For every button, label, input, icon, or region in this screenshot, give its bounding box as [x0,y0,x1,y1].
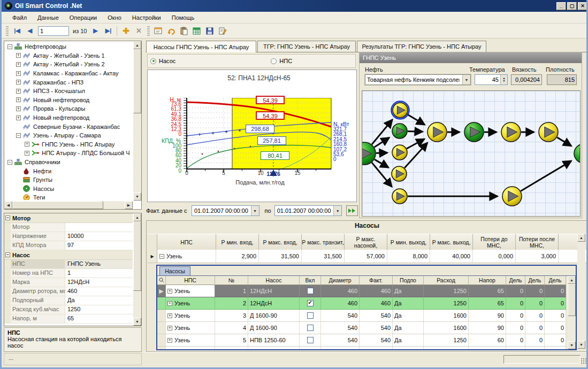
station-value-cell[interactable]: 2,900 [216,250,259,263]
pipeline-edge[interactable] [407,139,424,149]
pump-cell[interactable]: 0 [506,297,525,310]
station-column-header[interactable]: Р макс. вход, [259,234,302,250]
pump-cell[interactable]: 0 [525,310,545,322]
pump-node[interactable] [539,122,558,142]
pump-row[interactable]: +Узень5НПВ 1250-60540540Да125060000 [157,334,566,347]
pump-cell[interactable]: 540 [360,334,393,347]
expand-icon[interactable]: + [167,338,172,343]
tree-item-справочники[interactable]: −Справочники [5,158,132,167]
expand-icon[interactable]: + [16,62,21,67]
expand-icon[interactable]: + [167,326,172,330]
collapse-icon[interactable]: − [7,160,12,165]
checkbox[interactable] [307,288,314,294]
pump-column-header[interactable]: Факт. [360,276,393,285]
tab-tgr[interactable]: ТГР: ГНПС Узень - НПС Атырау [257,41,356,52]
expand-icon[interactable]: + [16,80,21,84]
station-value-cell[interactable]: 0,000 [473,250,516,263]
pump-cell[interactable]: 0 [506,310,525,322]
pump-cell[interactable]: Нет [393,347,424,350]
props-scroll-up-button[interactable]: ▲ [133,213,141,221]
tree-item-каражанбас-нпз[interactable]: +Каражанбас - НПЗ [5,78,132,87]
pump-cell[interactable]: 0 [506,285,525,297]
pump-column-header[interactable]: № [215,276,248,285]
pump-cell[interactable]: 540 [360,322,393,334]
pump-cell[interactable]: 460 [360,297,393,310]
fact-from-picker[interactable]: 01.01.2007 00:00:00 ▼ [192,205,259,216]
property-row[interactable]: НПСГНПС Узень [4,260,133,269]
pump-cell[interactable]: 1600 [424,310,469,322]
export-excel-button[interactable] [191,25,203,37]
menu-window[interactable]: Окно [102,13,127,22]
undo-button[interactable] [165,25,177,37]
maximize-button[interactable]: ▢ [567,2,577,10]
property-row[interactable]: Мотор [4,223,133,232]
pipeline-edge[interactable] [372,163,392,187]
station-column-header[interactable]: НПС [157,234,216,250]
tree-scroll-down-button[interactable]: ▼ [133,193,141,201]
pump-column-header[interactable]: НПС [166,276,215,285]
pump-enabled-cell[interactable] [300,322,321,334]
menu-operations[interactable]: Операции [64,13,102,22]
station-value-cell[interactable]: 57,000 [345,250,387,263]
pump-enabled-cell[interactable] [300,334,321,347]
pump-node-active[interactable] [574,144,580,163]
add-record-button[interactable]: ✚ [120,25,132,37]
pump-cell[interactable]: НПВ 1250-60 [248,334,300,347]
pump-node[interactable] [392,102,409,119]
pump-column-header[interactable]: Расход [424,276,469,285]
expand-icon[interactable]: + [16,89,21,94]
pump-row[interactable]: +Узень1НМ 1250460460Нет1250260000 [157,347,566,350]
pump-cell[interactable]: 12НДсН [248,285,300,297]
pump-cell[interactable]: 1250 [424,347,469,350]
station-table-row[interactable]: ▶−Узень2,90031,50031,50057,0008,00040,00… [148,250,588,263]
pump-cell[interactable]: 1250 [424,334,469,347]
tree-item-узень-атырау-самара[interactable]: −Узень - Атырау - Самара [5,131,132,140]
pump-cell[interactable]: 3 [215,310,248,322]
menu-data[interactable]: Данные [32,13,64,22]
oil-combo[interactable]: Товарная нефть Кенкияк подсолев ▼ [365,74,471,85]
property-value[interactable]: 1250 [65,305,133,314]
pump-cell[interactable]: 1250 [424,297,469,310]
minimize-button[interactable]: _ [556,2,566,10]
expand-icon[interactable]: + [16,71,21,76]
menu-file[interactable]: Файл [7,13,32,22]
tree-vscroll-thumb[interactable] [133,49,141,113]
property-category[interactable]: −Мотор [4,213,133,223]
props-scroll-down-button[interactable]: ▼ [133,318,141,326]
temperature-spinner[interactable]: 45 ▲▼ [475,74,508,85]
pump-nps-cell[interactable]: +Узень [166,285,215,297]
pump-cell[interactable]: Да [393,322,424,334]
checkbox[interactable] [307,312,314,319]
pump-cell[interactable]: 460 [321,297,360,310]
pump-cell[interactable]: 65 [469,297,506,310]
pump-cell[interactable]: 540 [321,310,360,322]
collapse-icon[interactable]: − [5,252,10,257]
expand-icon[interactable]: + [16,53,21,58]
pump-cell[interactable]: НМ 1250 [248,347,300,350]
collapse-icon[interactable]: − [7,44,12,49]
pump-cell[interactable]: 0 [506,322,525,334]
pump-cell[interactable]: 65 [469,285,506,297]
outer-scroll-up-button[interactable]: ▲ [577,234,585,242]
inner-scroll-up-button[interactable]: ▲ [568,276,576,284]
checkbox[interactable] [307,325,314,331]
pump-cell[interactable]: 260 [469,347,506,350]
pump-cell[interactable]: 0 [545,334,566,347]
pump-cell[interactable]: 0 [525,322,545,334]
pump-cell[interactable]: Д 1600-90 [248,322,300,334]
tree-item-нефтепроводы[interactable]: −Нефтепроводы [5,42,132,51]
pump-nps-cell[interactable]: +Узень [166,310,215,322]
pump-nps-cell[interactable]: +Узень [166,297,215,310]
pump-cell[interactable]: 0 [506,334,525,347]
pump-enabled-cell[interactable] [300,310,321,322]
resize-grip[interactable] [581,358,587,364]
checkbox-checked[interactable] [307,300,314,306]
pump-cell[interactable]: 460 [321,285,360,297]
pipeline-edge[interactable] [372,120,392,144]
pump-enabled-cell[interactable] [300,347,321,350]
pump-cell[interactable]: 0 [545,297,566,310]
menu-help[interactable]: Помощь [166,13,200,22]
property-category[interactable]: −Насос [4,250,133,260]
first-record-button[interactable]: |◀ [11,25,23,37]
pump-cell[interactable]: 540 [321,322,360,334]
